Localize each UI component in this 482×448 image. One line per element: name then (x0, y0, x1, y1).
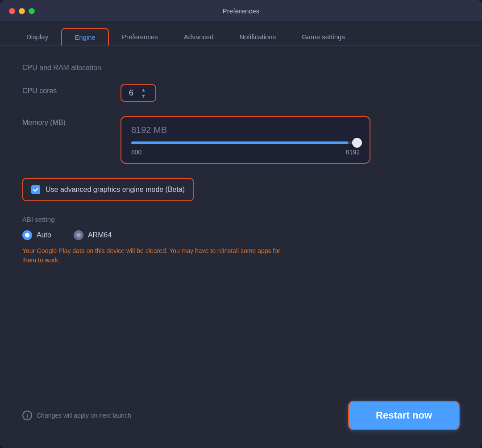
info-row: i Changes will apply on next launch (22, 411, 131, 420)
memory-slider-track[interactable] (131, 141, 360, 144)
radio-arm64-button[interactable] (74, 230, 83, 240)
traffic-lights (9, 8, 35, 14)
info-icon: i (22, 411, 32, 420)
radio-auto-button[interactable] (22, 230, 32, 240)
memory-box: 8192 MB 800 8192 (120, 116, 370, 164)
info-text: Changes will apply on next launch (37, 412, 131, 419)
maximize-button[interactable] (29, 8, 35, 14)
advanced-graphics-label: Use advanced graphics engine mode (Beta) (46, 186, 185, 194)
minimize-button[interactable] (19, 8, 25, 14)
title-bar: Preferences (0, 0, 482, 21)
tab-notifications[interactable]: Notifications (227, 28, 289, 46)
window-title: Preferences (222, 7, 259, 15)
cpu-cores-value: 6 (126, 88, 137, 98)
radio-auto[interactable]: Auto (22, 230, 51, 240)
abi-title: ABI setting (22, 216, 460, 223)
tab-advanced[interactable]: Advanced (171, 28, 227, 46)
slider-max-label: 8192 (346, 149, 360, 156)
memory-row: Memory (MB) 8192 MB 800 8192 (22, 116, 460, 164)
stepper-down-button[interactable]: ▼ (140, 93, 147, 99)
memory-slider-fill (131, 141, 348, 144)
bottom-bar: i Changes will apply on next launch Rest… (0, 388, 482, 448)
stepper-up-button[interactable]: ▲ (140, 87, 147, 93)
cpu-cores-control: 6 ▲ ▼ (120, 84, 460, 102)
warning-text: Your Google Play data on this device wil… (22, 246, 290, 265)
tab-game-settings[interactable]: Game settings (289, 28, 358, 46)
advanced-graphics-checkbox-row[interactable]: Use advanced graphics engine mode (Beta) (22, 178, 194, 201)
tab-engine[interactable]: Engine (61, 28, 109, 46)
radio-arm64[interactable]: ARM64 (74, 230, 112, 240)
memory-control: 8192 MB 800 8192 (120, 116, 460, 164)
restart-now-button[interactable]: Restart now (348, 401, 460, 430)
tabs-bar: Display Engine Preferences Advanced Noti… (0, 21, 482, 46)
cpu-cores-label: CPU cores (22, 84, 120, 95)
cpu-cores-stepper[interactable]: 6 ▲ ▼ (120, 84, 156, 102)
radio-arm64-dot (76, 233, 81, 237)
stepper-arrows: ▲ ▼ (140, 87, 147, 99)
abi-section: ABI setting Auto ARM64 Your Google Play … (22, 216, 460, 265)
cpu-cores-row: CPU cores 6 ▲ ▼ (22, 84, 460, 102)
slider-min-label: 800 (131, 149, 141, 156)
close-button[interactable] (9, 8, 15, 14)
radio-row: Auto ARM64 (22, 230, 460, 240)
engine-content: CPU and RAM allocation CPU cores 6 ▲ ▼ M… (0, 46, 482, 388)
preferences-window: Preferences Display Engine Preferences A… (0, 0, 482, 448)
checkmark-icon (33, 187, 39, 193)
radio-auto-label: Auto (37, 231, 51, 239)
radio-auto-dot (25, 233, 29, 237)
radio-arm64-label: ARM64 (88, 231, 112, 239)
memory-display-value: 8192 MB (131, 125, 360, 135)
slider-labels: 800 8192 (131, 149, 360, 156)
tab-display[interactable]: Display (13, 28, 61, 46)
advanced-graphics-checkbox[interactable] (31, 185, 40, 194)
memory-label: Memory (MB) (22, 116, 120, 127)
tab-preferences[interactable]: Preferences (109, 28, 171, 46)
memory-slider-thumb[interactable] (352, 138, 362, 148)
section-title: CPU and RAM allocation (22, 64, 460, 72)
